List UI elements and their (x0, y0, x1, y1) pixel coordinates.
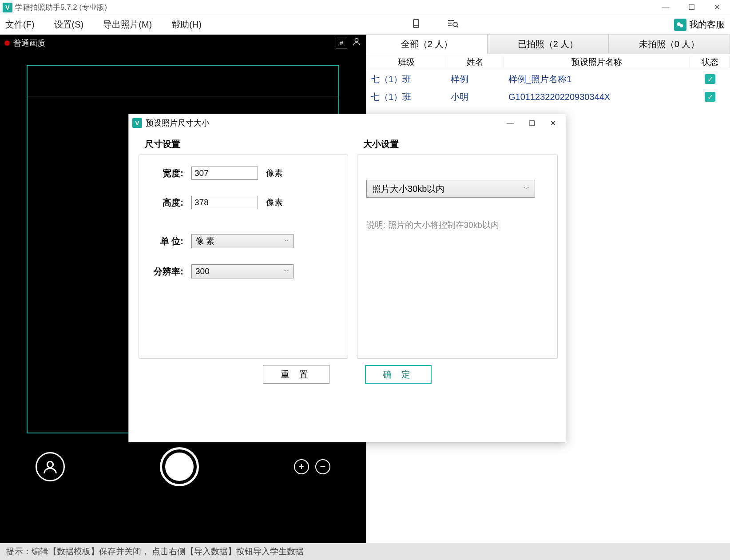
device-icon[interactable] (411, 18, 421, 32)
zoom-in-icon[interactable]: + (294, 459, 309, 474)
tab-taken[interactable]: 已拍照（2 人） (488, 35, 609, 54)
check-icon: ✓ (705, 74, 715, 84)
height-label: 高度: (148, 197, 183, 209)
dialog-icon: V (132, 118, 142, 128)
menu-settings[interactable]: 设置(S) (54, 19, 84, 31)
size-group: 宽度: 像素 高度: 像素 单 位: 像 素﹀ (139, 155, 348, 359)
svg-point-5 (453, 22, 457, 27)
person-overlay-icon[interactable] (352, 37, 361, 49)
dialog-minimize-button[interactable]: — (507, 119, 514, 127)
reset-button[interactable]: 重 置 (263, 365, 329, 384)
customer-service-label: 我的客服 (689, 19, 725, 31)
status-text: 提示：编辑【数据模板】保存并关闭， 点击右侧【导入数据】按钮导入学生数据 (6, 546, 304, 557)
customer-service[interactable]: 我的客服 (674, 19, 725, 31)
app-icon: V (3, 3, 12, 12)
filesize-group-title: 大小设置 (363, 138, 558, 150)
filesize-select[interactable]: 照片大小30kb以内﹀ (366, 180, 535, 198)
tab-nottaken[interactable]: 未拍照（0 人） (609, 35, 730, 54)
width-input[interactable] (191, 167, 258, 180)
dialog-close-button[interactable]: ✕ (550, 119, 556, 127)
app-title: 学籍拍照助手5.7.2 (专业版) (15, 2, 107, 12)
shutter-button[interactable] (160, 447, 199, 486)
svg-rect-0 (413, 20, 419, 28)
table-row[interactable]: 七（1）班 样例 样例_照片名称1 ✓ (366, 70, 730, 88)
menu-export[interactable]: 导出照片(M) (103, 19, 152, 31)
search-list-icon[interactable] (447, 18, 459, 32)
svg-point-8 (680, 24, 683, 27)
svg-point-9 (355, 39, 358, 42)
close-button[interactable]: ✕ (704, 0, 730, 15)
filesize-description: 说明: 照片的大小将控制在30kb以内 (366, 218, 548, 232)
dialog-title: 预设照片尺寸大小 (146, 118, 210, 128)
height-input[interactable] (191, 196, 258, 209)
unit-select[interactable]: 像 素﹀ (191, 234, 294, 248)
width-label: 宽度: (148, 167, 183, 179)
profile-button[interactable] (36, 452, 65, 481)
maximize-button[interactable]: ☐ (678, 0, 704, 15)
ok-button[interactable]: 确 定 (365, 365, 432, 384)
col-photo[interactable]: 预设照片名称 (504, 56, 690, 68)
quality-label[interactable]: 普通画质 (13, 38, 45, 48)
col-class[interactable]: 班级 (366, 56, 446, 68)
height-unit: 像素 (266, 197, 283, 208)
width-unit: 像素 (266, 167, 283, 179)
chevron-down-icon: ﹀ (284, 267, 290, 275)
menu-bar: 文件(F) 设置(S) 导出照片(M) 帮助(H) 我的客服 (0, 15, 730, 35)
minimize-button[interactable]: — (653, 0, 678, 15)
col-status[interactable]: 状态 (690, 56, 730, 68)
dialog-maximize-button[interactable]: ☐ (529, 119, 535, 127)
wechat-icon (674, 19, 686, 31)
photo-size-dialog: V 预设照片尺寸大小 — ☐ ✕ 尺寸设置 宽度: 像素 高度: (128, 114, 566, 442)
resolution-label: 分辨率: (148, 266, 183, 278)
chevron-down-icon: ﹀ (524, 185, 529, 193)
record-indicator-icon (4, 40, 10, 46)
guide-line (28, 96, 338, 96)
zoom-out-icon[interactable]: − (315, 459, 330, 474)
grid-icon[interactable]: # (336, 37, 347, 48)
resolution-select[interactable]: 300﹀ (191, 264, 294, 278)
col-name[interactable]: 姓名 (446, 56, 504, 68)
table-row[interactable]: 七（1）班 小明 G101123220220930344X ✓ (366, 88, 730, 106)
status-bar: 提示：编辑【数据模板】保存并关闭， 点击右侧【导入数据】按钮导入学生数据 (0, 543, 730, 560)
title-bar: V 学籍拍照助手5.7.2 (专业版) — ☐ ✕ (0, 0, 730, 15)
svg-line-6 (457, 26, 458, 28)
check-icon: ✓ (705, 92, 715, 102)
svg-point-10 (47, 461, 53, 467)
size-group-title: 尺寸设置 (145, 138, 348, 150)
filesize-group: 照片大小30kb以内﹀ 说明: 照片的大小将控制在30kb以内 (357, 155, 558, 359)
tab-all[interactable]: 全部（2 人） (366, 35, 488, 54)
menu-file[interactable]: 文件(F) (5, 19, 35, 31)
chevron-down-icon: ﹀ (284, 237, 290, 245)
table-header: 班级 姓名 预设照片名称 状态 (366, 54, 730, 70)
menu-help[interactable]: 帮助(H) (171, 19, 202, 31)
unit-label: 单 位: (148, 235, 183, 247)
